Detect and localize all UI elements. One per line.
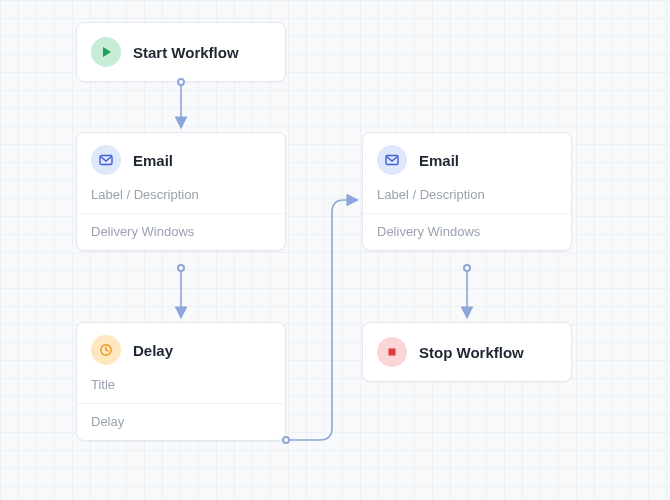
workflow-canvas[interactable]: Start Workflow Email Label / Description… xyxy=(0,0,670,500)
port-out[interactable] xyxy=(177,78,185,86)
mail-icon xyxy=(377,145,407,175)
field-label-description[interactable]: Label / Description xyxy=(77,187,285,213)
mail-icon xyxy=(91,145,121,175)
field-delivery-windows[interactable]: Delivery Windows xyxy=(77,213,285,250)
field-title[interactable]: Title xyxy=(77,377,285,403)
node-delay-title: Delay xyxy=(133,342,173,359)
field-label-description[interactable]: Label / Description xyxy=(363,187,571,213)
field-delay[interactable]: Delay xyxy=(77,403,285,440)
node-email-1[interactable]: Email Label / Description Delivery Windo… xyxy=(76,132,286,251)
svg-rect-3 xyxy=(389,349,396,356)
node-email-2[interactable]: Email Label / Description Delivery Windo… xyxy=(362,132,572,251)
port-out[interactable] xyxy=(282,436,290,444)
node-start[interactable]: Start Workflow xyxy=(76,22,286,82)
stop-icon xyxy=(377,337,407,367)
node-start-title: Start Workflow xyxy=(133,44,239,61)
node-delay[interactable]: Delay Title Delay xyxy=(76,322,286,441)
field-delivery-windows[interactable]: Delivery Windows xyxy=(363,213,571,250)
node-email-1-title: Email xyxy=(133,152,173,169)
node-stop[interactable]: Stop Workflow xyxy=(362,322,572,382)
node-email-2-title: Email xyxy=(419,152,459,169)
play-icon xyxy=(91,37,121,67)
port-out[interactable] xyxy=(177,264,185,272)
clock-icon xyxy=(91,335,121,365)
port-out[interactable] xyxy=(463,264,471,272)
node-stop-title: Stop Workflow xyxy=(419,344,524,361)
